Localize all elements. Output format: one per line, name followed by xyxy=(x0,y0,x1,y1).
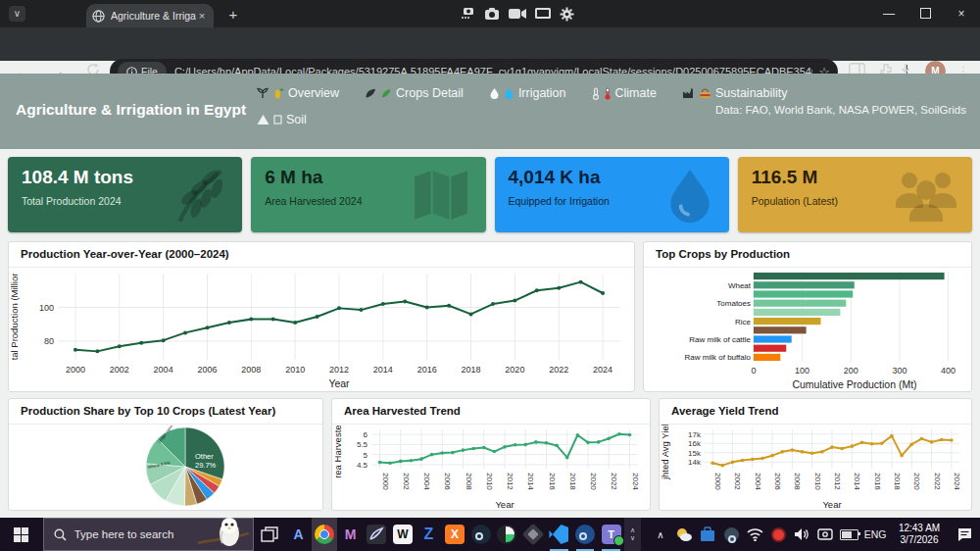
panel-title: Area Harvested Trend xyxy=(332,399,650,425)
svg-text:Other29.7%: Other29.7% xyxy=(195,452,217,470)
window-restore-button[interactable] xyxy=(908,0,942,27)
svg-text:2006: 2006 xyxy=(773,473,782,490)
panel-title: Average Yield Trend xyxy=(660,399,971,425)
taskbar-search[interactable]: Type here to search xyxy=(43,518,254,551)
nav-item-crops-detail[interactable]: Crops Detail xyxy=(365,84,464,102)
wifi-icon[interactable] xyxy=(743,518,766,551)
svg-text:Year: Year xyxy=(822,499,841,510)
taskbar-app-cube[interactable] xyxy=(520,518,547,551)
taskbar-app-w[interactable]: W xyxy=(390,518,416,551)
scroll-down-icon[interactable]: ∨ xyxy=(624,534,641,542)
taskbar-overflow-scroll[interactable]: ∧ ∨ xyxy=(624,518,641,551)
svg-text:2000: 2000 xyxy=(713,473,722,490)
svg-text:2012: 2012 xyxy=(506,473,514,490)
svg-text:tal Production (Millior: tal Production (Millior xyxy=(9,274,20,361)
tab-close-icon[interactable]: × xyxy=(196,10,208,22)
battery-icon[interactable] xyxy=(837,518,860,551)
store-icon[interactable] xyxy=(696,518,719,551)
svg-text:2006: 2006 xyxy=(443,473,452,490)
taskbar-app-chrome[interactable] xyxy=(312,518,338,551)
taskbar-app-z[interactable]: Z xyxy=(416,518,442,551)
steam-icon xyxy=(575,525,595,544)
start-button[interactable] xyxy=(0,518,43,551)
taskbar-clock[interactable]: 12:43 AM 3/7/2026 xyxy=(890,523,949,546)
svg-text:6: 6 xyxy=(364,430,368,439)
svg-text:Rice: Rice xyxy=(735,318,752,326)
kpi-irrigation: 4,014 K ha Equipped for Irrigation xyxy=(495,157,729,232)
weather-icon[interactable] xyxy=(672,518,696,551)
taskbar-app-lens[interactable] xyxy=(494,518,520,551)
gear-icon[interactable] xyxy=(560,7,574,22)
taskbar-app-teams[interactable]: T xyxy=(598,518,624,551)
monitor-icon[interactable] xyxy=(535,8,551,21)
svg-text:300: 300 xyxy=(892,366,906,376)
svg-text:14k: 14k xyxy=(688,458,702,467)
svg-text:100: 100 xyxy=(39,303,54,313)
svg-text:2012: 2012 xyxy=(329,365,349,375)
nav-label: Irrigation xyxy=(518,86,566,100)
taskbar-app-graphics[interactable] xyxy=(364,518,390,551)
volume-icon[interactable] xyxy=(790,518,813,551)
new-tab-button[interactable]: + xyxy=(223,5,243,25)
svg-text:2024: 2024 xyxy=(593,365,612,375)
svg-text:2020: 2020 xyxy=(912,473,921,490)
language-indicator[interactable]: ENG xyxy=(860,528,890,540)
recording-indicator-icon[interactable] xyxy=(766,518,790,551)
svg-text:100: 100 xyxy=(795,366,809,376)
window-minimize-button[interactable]: — xyxy=(872,0,906,27)
taskbar-app-xampp[interactable]: X xyxy=(442,518,468,551)
mountain-icon xyxy=(257,114,270,125)
nav-item-overview[interactable]: Overview xyxy=(257,84,339,102)
svg-text:2020: 2020 xyxy=(505,365,524,375)
thermometer-red-icon xyxy=(604,87,612,100)
tab-search-chevron-icon[interactable]: ∨ xyxy=(9,6,25,22)
svg-text:2002: 2002 xyxy=(733,473,742,490)
steam-tray-icon[interactable] xyxy=(719,518,743,551)
taskbar-app-steam-2[interactable] xyxy=(572,518,599,551)
nav-item-sustainability[interactable]: Sustainability xyxy=(682,84,788,102)
svg-text:2018: 2018 xyxy=(462,365,481,375)
svg-text:2022: 2022 xyxy=(933,473,942,490)
tray-chevron-icon[interactable]: ∧ xyxy=(649,518,672,551)
browser-titlebar: ∨ Agriculture & Irrigation in Egyp × + xyxy=(0,0,980,27)
nav-label: Soil xyxy=(286,113,307,126)
taskbar-app-visual-studio[interactable]: M xyxy=(337,518,364,551)
people-icon xyxy=(888,167,962,224)
area-harvested-trend-chart: 2000200220042006200820102012201420162018… xyxy=(332,425,648,510)
video-camera-icon[interactable] xyxy=(509,8,526,20)
scroll-up-icon[interactable]: ∧ xyxy=(624,526,641,534)
seedling-icon xyxy=(257,87,269,99)
svg-text:2022: 2022 xyxy=(610,473,618,490)
browser-tab[interactable]: Agriculture & Irrigation in Egyp × xyxy=(86,4,214,27)
camera-icon[interactable] xyxy=(484,8,500,21)
nav-item-soil[interactable]: Soil xyxy=(257,111,307,128)
taskbar-app-vscode[interactable] xyxy=(546,518,572,551)
svg-text:2018: 2018 xyxy=(568,473,577,490)
taskbar-app-steam[interactable] xyxy=(467,518,494,551)
map-icon xyxy=(406,167,476,224)
window-close-button[interactable]: × xyxy=(945,0,978,27)
mini-camera-icon[interactable] xyxy=(461,7,475,21)
nav-label: Overview xyxy=(288,86,339,100)
nav-item-irrigation[interactable]: Irrigation xyxy=(489,84,566,102)
svg-text:Wheat: Wheat xyxy=(728,281,752,290)
leaf-dark-icon xyxy=(365,87,376,99)
svg-text:5: 5 xyxy=(364,451,368,460)
drop-outline-icon xyxy=(489,87,500,99)
kpi-total-production: 108.4 M tons Total Production 2024 xyxy=(8,157,242,232)
svg-text:Tomatoes: Tomatoes xyxy=(716,299,751,308)
taskbar-app-a[interactable]: A xyxy=(285,518,312,551)
svg-text:2000: 2000 xyxy=(66,365,85,375)
top-crops-chart: 0100200300400WheatTomatoesRiceRaw milk o… xyxy=(644,268,969,391)
screen-capture-icon[interactable] xyxy=(813,518,837,551)
vscode-icon xyxy=(549,525,568,544)
herb-icon xyxy=(380,87,392,99)
action-center-icon[interactable] xyxy=(949,518,980,551)
task-view-button[interactable] xyxy=(254,518,285,551)
owl-image xyxy=(196,518,251,551)
nav-item-climate[interactable]: Climate xyxy=(592,84,657,102)
browser-toolbar: ← → File C:/Users/hp/AppData/Local/Packa… xyxy=(0,27,980,61)
svg-text:2010: 2010 xyxy=(485,473,494,490)
lens-app-icon xyxy=(497,525,516,544)
graphics-app-icon xyxy=(367,525,386,544)
